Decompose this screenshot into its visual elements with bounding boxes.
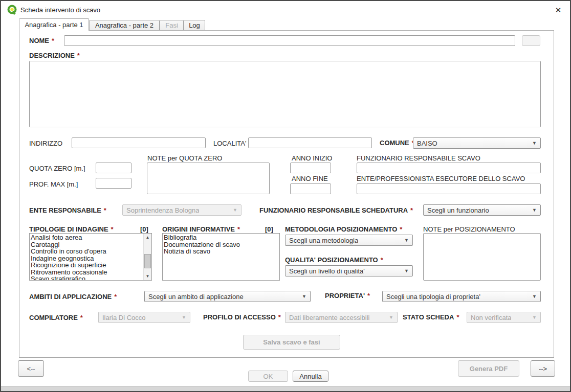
tab-fasi: Fasi <box>160 20 184 31</box>
ente-professionista-input[interactable] <box>357 183 541 194</box>
scroll-down-icon[interactable]: ▼ <box>144 272 151 280</box>
metodologia-posizionamento-select[interactable]: Scegli una metodologia▼ <box>285 235 413 246</box>
required-asterisk: * <box>111 225 114 233</box>
funzionario-schedatura-label: FUNZIONARIO RESPONSABILE SCHEDATURA* <box>259 206 413 214</box>
list-item[interactable]: Ritrovamento occasionale <box>31 269 142 276</box>
qualita-posizionamento-label: QUALITA' POSIZIONAMENTO* <box>285 256 383 264</box>
note-quota-zero-label: NOTE per QUOTA ZERO <box>147 154 222 162</box>
chevron-down-icon: ▼ <box>386 315 393 320</box>
list-item[interactable]: Notizia di scavo <box>164 248 278 255</box>
prev-button[interactable]: <-- <box>18 360 44 377</box>
chevron-down-icon: ▼ <box>299 294 306 299</box>
list-item[interactable]: Indagine geognostica <box>31 255 142 262</box>
required-asterisk: * <box>114 293 117 301</box>
required-asterisk: * <box>410 206 413 214</box>
salva-scavo-button: Salva scavo e fasi <box>243 335 340 350</box>
tab-log[interactable]: Log <box>184 20 205 31</box>
profilo-accesso-label: PROFILO DI ACCESSO* <box>203 313 281 321</box>
anno-inizio-label: ANNO INIZIO <box>292 154 332 162</box>
comune-select[interactable]: BAISO▼ <box>413 137 541 149</box>
ok-button: OK <box>248 371 288 382</box>
localita-input[interactable] <box>248 137 372 148</box>
chevron-down-icon: ▼ <box>529 294 537 299</box>
quota-zero-input[interactable] <box>96 163 131 173</box>
comune-label: COMUNE* <box>380 139 414 147</box>
list-item[interactable]: Controllo in corso d'opera <box>31 248 142 255</box>
list-item[interactable]: Documentazione di scavo <box>164 241 278 248</box>
origini-count-badge: [0] <box>265 225 273 233</box>
chevron-down-icon: ▼ <box>529 207 537 213</box>
next-button[interactable]: --> <box>531 360 555 377</box>
nome-input[interactable] <box>64 35 515 46</box>
note-posizionamento-label: NOTE per POSIZIONAMENTO <box>423 225 515 233</box>
dialog-window: Scheda intervento di scavo ✕ Anagrafica … <box>0 0 571 392</box>
required-asterisk: * <box>278 313 281 321</box>
tipologie-scrollbar[interactable]: ▲ ▼ <box>143 234 151 280</box>
chevron-down-icon: ▼ <box>529 141 537 146</box>
chevron-down-icon: ▼ <box>529 315 537 320</box>
descrizione-label: DESCRIZIONE* <box>29 52 80 59</box>
indirizzo-label: INDIRIZZO <box>29 140 62 147</box>
proprieta-select[interactable]: Scegli una tipologia di proprieta'▼ <box>382 291 541 302</box>
list-item[interactable]: Bibliografia <box>164 234 278 241</box>
chevron-down-icon: ▼ <box>230 207 237 213</box>
funzionario-schedatura-select[interactable]: Scegli un funzionario▼ <box>423 204 541 216</box>
anno-fine-label: ANNO FINE <box>292 175 328 182</box>
funzionario-responsabile-scavo-input[interactable] <box>357 163 541 173</box>
descrizione-textarea[interactable] <box>29 61 541 127</box>
proprieta-label: PROPRIETA'* <box>325 292 370 299</box>
close-icon[interactable]: ✕ <box>554 6 563 15</box>
title-bar: Scheda intervento di scavo ✕ <box>1 1 570 17</box>
genera-pdf-button: Genera PDF <box>458 360 519 377</box>
quota-zero-label: QUOTA ZERO [m.] <box>29 165 85 172</box>
required-asterisk: * <box>367 292 370 299</box>
window-bottom-strip <box>1 386 570 391</box>
scroll-up-icon[interactable]: ▲ <box>144 234 151 241</box>
annulla-button[interactable]: Annulla <box>293 371 328 382</box>
prof-max-label: PROF. MAX [m.] <box>29 180 78 188</box>
tipologie-count-badge: [0] <box>140 225 148 233</box>
compilatore-select: Ilaria Di Cocco▼ <box>98 312 190 323</box>
window-title: Scheda intervento di scavo <box>20 6 100 14</box>
anno-fine-input[interactable] <box>290 183 331 194</box>
list-item[interactable]: Carotaggi <box>31 241 142 248</box>
profilo-accesso-select: Dati liberamente accessibili▼ <box>285 312 398 323</box>
required-asterisk: * <box>52 37 54 44</box>
required-asterisk: * <box>80 314 83 321</box>
indirizzo-input[interactable] <box>72 137 206 148</box>
compilatore-label: COMPILATORE* <box>29 314 83 321</box>
funzionario-responsabile-scavo-label: FUNZIONARIO RESPONSABILE SCAVO <box>357 154 480 162</box>
list-item[interactable]: Analisi foto aerea <box>31 234 142 241</box>
note-quota-zero-textarea[interactable] <box>147 163 270 194</box>
tab-anagrafica-parte-1[interactable]: Anagrafica - parte 1 <box>19 18 89 31</box>
nome-side-button <box>522 35 540 46</box>
anno-inizio-input[interactable] <box>290 163 331 173</box>
tipologie-indagine-listbox[interactable]: Analisi foto aereaCarotaggiControllo in … <box>29 233 152 281</box>
required-asterisk: * <box>104 206 106 214</box>
stato-scheda-label: STATO SCHEDA* <box>403 313 459 321</box>
chevron-down-icon: ▼ <box>179 315 186 320</box>
required-asterisk: * <box>237 225 240 233</box>
tipologie-indagine-label: TIPOLOGIE DI INDAGINE* <box>29 225 114 233</box>
tab-anagrafica-parte-2[interactable]: Anagrafica - parte 2 <box>89 20 160 31</box>
nome-label: NOME* <box>29 37 54 44</box>
ambiti-applicazione-label: AMBITI DI APPLICAZIONE* <box>29 293 117 301</box>
origini-informative-listbox[interactable]: BibliografiaDocumentazione di scavoNotiz… <box>162 233 280 281</box>
ente-professionista-label: ENTE/PROFESSIONISTA ESECUTORE DELLO SCAV… <box>357 175 525 182</box>
chevron-down-icon: ▼ <box>401 268 409 273</box>
ente-responsabile-select: Soprintendenza Bologna▼ <box>122 204 241 216</box>
localita-label: LOCALITA' <box>213 140 246 147</box>
required-asterisk: * <box>400 225 402 233</box>
ambiti-applicazione-select[interactable]: Scegli un ambito di applicazione▼ <box>144 291 311 302</box>
prof-max-input[interactable] <box>96 178 131 189</box>
list-item[interactable]: Ricognizione di superficie <box>31 262 142 269</box>
qualita-posizionamento-select[interactable]: Scegli un livello di qualita'▼ <box>285 265 413 276</box>
stato-scheda-select: Non verificata▼ <box>467 312 541 323</box>
note-posizionamento-textarea[interactable] <box>423 233 541 281</box>
metodologia-posizionamento-label: METODOLOGIA POSIZIONAMENTO* <box>285 225 402 233</box>
required-asterisk: * <box>456 313 459 321</box>
list-item[interactable]: Scavo stratigrafico <box>31 275 142 281</box>
ente-responsabile-label: ENTE RESPONSABILE* <box>29 206 106 214</box>
origini-informative-label: ORIGINI INFORMATIVE* <box>162 225 240 233</box>
scrollbar-thumb[interactable] <box>144 254 151 268</box>
